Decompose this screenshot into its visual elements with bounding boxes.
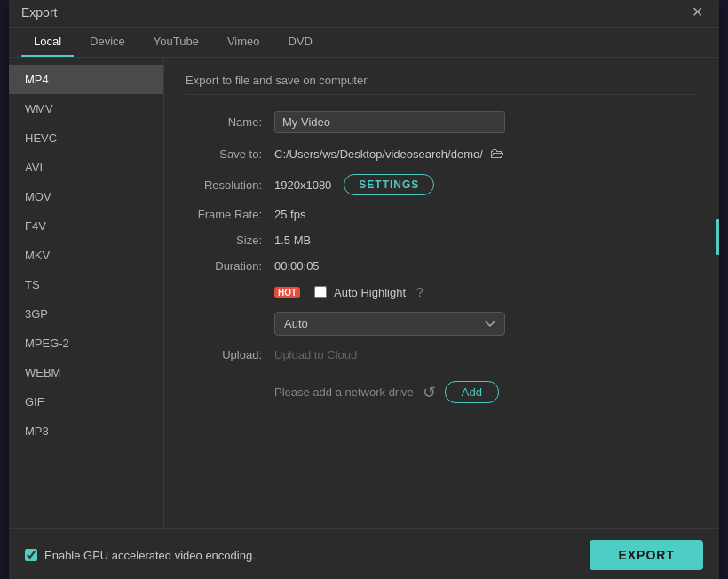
duration-value: 00:00:05: [274, 259, 698, 273]
resolution-value-row: 1920x1080 SETTINGS: [274, 174, 434, 195]
sidebar-item-ts[interactable]: TS: [9, 270, 163, 299]
add-button[interactable]: Add: [445, 381, 499, 403]
auto-dropdown-row: Auto Manual: [186, 312, 698, 336]
auto-dropdown[interactable]: Auto Manual: [274, 312, 505, 336]
sidebar-item-hevc[interactable]: HEVC: [9, 123, 163, 153]
refresh-icon[interactable]: ↺: [423, 383, 436, 402]
gpu-label: Enable GPU accelerated video encoding.: [44, 549, 256, 562]
path-row: C:/Users/ws/Desktop/videosearch/demo/ 🗁: [274, 146, 504, 162]
upload-controls: Upload to Cloud: [274, 348, 357, 361]
network-drive-text: Please add a network drive: [274, 385, 414, 399]
sidebar-item-f4v[interactable]: F4V: [9, 211, 163, 241]
duration-row: Duration: 00:00:05: [186, 259, 698, 273]
network-drive-row: Please add a network drive ↺ Add: [274, 381, 698, 403]
export-button[interactable]: EXPORT: [590, 540, 703, 570]
sidebar-item-mp4[interactable]: MP4: [9, 65, 163, 94]
gpu-row: Enable GPU accelerated video encoding.: [25, 549, 256, 562]
section-title: Export to file and save on computer: [186, 74, 698, 95]
upload-to-cloud-label: Upload to Cloud: [274, 348, 357, 361]
main-content: Export to file and save on computer Name…: [164, 58, 719, 528]
save-to-label: Save to:: [186, 147, 274, 161]
size-label: Size:: [186, 234, 274, 247]
frame-rate-value: 25 fps: [274, 208, 698, 221]
auto-highlight-label: Auto Highlight: [334, 286, 406, 299]
sidebar-item-avi[interactable]: AVI: [9, 153, 163, 182]
save-to-row: Save to: C:/Users/ws/Desktop/videosearch…: [186, 146, 698, 162]
frame-rate-label: Frame Rate:: [186, 208, 274, 221]
sidebar-item-mpeg2[interactable]: MPEG-2: [9, 329, 163, 358]
title-bar: Export ✕: [9, 0, 719, 28]
resolution-row: Resolution: 1920x1080 SETTINGS: [186, 174, 698, 195]
sidebar-item-mp3[interactable]: MP3: [9, 416, 163, 446]
folder-icon[interactable]: 🗁: [490, 146, 504, 162]
dialog-body: MP4 WMV HEVC AVI MOV F4V MKV TS 3GP MPEG…: [9, 58, 719, 528]
settings-button[interactable]: SETTINGS: [344, 174, 434, 195]
size-row: Size: 1.5 MB: [186, 234, 698, 247]
sidebar-item-mov[interactable]: MOV: [9, 182, 163, 211]
sidebar-item-webm[interactable]: WEBM: [9, 358, 163, 387]
name-row: Name:: [186, 111, 698, 133]
name-input[interactable]: [274, 111, 505, 133]
frame-rate-row: Frame Rate: 25 fps: [186, 208, 698, 221]
duration-label: Duration:: [186, 259, 274, 273]
sidebar-item-wmv[interactable]: WMV: [9, 94, 163, 123]
format-sidebar: MP4 WMV HEVC AVI MOV F4V MKV TS 3GP MPEG…: [9, 58, 164, 528]
auto-highlight-checkbox[interactable]: [314, 286, 327, 298]
dialog-title: Export: [21, 5, 57, 20]
tab-local[interactable]: Local: [21, 28, 74, 57]
upload-row: Upload: Upload to Cloud: [186, 348, 698, 361]
sidebar-item-mkv[interactable]: MKV: [9, 241, 163, 270]
export-dialog: Export ✕ Local Device YouTube Vimeo DVD …: [9, 0, 719, 579]
sidebar-item-3gp[interactable]: 3GP: [9, 299, 163, 329]
hot-badge: HOT: [274, 287, 300, 298]
auto-highlight-row: HOT Auto Highlight ?: [186, 285, 698, 299]
tab-device[interactable]: Device: [77, 28, 138, 57]
upload-label: Upload:: [186, 348, 274, 361]
auto-highlight-checkbox-row: HOT Auto Highlight ?: [274, 285, 423, 299]
size-value: 1.5 MB: [274, 234, 698, 247]
tab-vimeo[interactable]: Vimeo: [215, 28, 273, 57]
save-to-path: C:/Users/ws/Desktop/videosearch/demo/: [274, 147, 483, 161]
resolution-value: 1920x1080: [274, 178, 331, 192]
name-label: Name:: [186, 115, 274, 129]
tab-bar: Local Device YouTube Vimeo DVD: [9, 28, 719, 58]
sidebar-item-gif[interactable]: GIF: [9, 387, 163, 416]
gpu-checkbox[interactable]: [25, 549, 37, 561]
tab-youtube[interactable]: YouTube: [141, 28, 211, 57]
dialog-footer: Enable GPU accelerated video encoding. E…: [9, 528, 719, 579]
tab-dvd[interactable]: DVD: [276, 28, 325, 57]
close-button[interactable]: ✕: [688, 4, 707, 21]
resolution-label: Resolution:: [186, 178, 274, 192]
help-icon[interactable]: ?: [416, 285, 423, 299]
scroll-indicator: [716, 219, 719, 255]
